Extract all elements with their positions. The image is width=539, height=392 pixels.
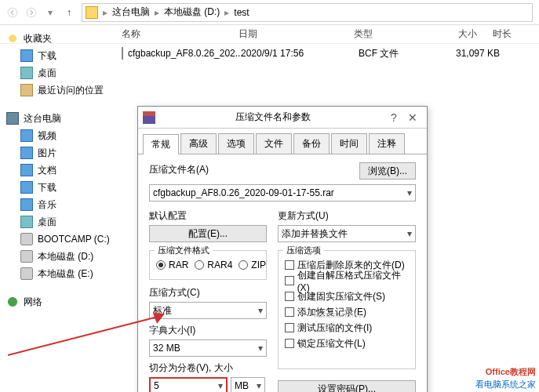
archive-name-label: 压缩文件名(A) xyxy=(149,163,355,176)
chevron-right-icon: ▸ xyxy=(223,7,231,18)
document-icon xyxy=(20,164,33,176)
archive-dialog: 压缩文件名和参数 ? ✕ 常规 高级 选项 文件 备份 时间 注释 压缩文件名(… xyxy=(137,106,428,392)
desktop-icon xyxy=(20,216,33,228)
tree-desktop[interactable]: 桌面 xyxy=(3,64,113,82)
dict-label: 字典大小(I) xyxy=(149,324,267,337)
crumb-folder[interactable]: test xyxy=(231,7,252,18)
download-icon xyxy=(20,181,33,194)
update-mode-label: 更新方式(U) xyxy=(278,209,416,223)
chevron-down-icon: ▾ xyxy=(258,343,263,354)
folder-icon xyxy=(86,6,98,19)
tree-pc[interactable]: 这台电脑 xyxy=(3,110,113,127)
check-test[interactable]: 测试压缩的文件(I) xyxy=(285,320,409,336)
tab-time[interactable]: 时间 xyxy=(331,133,367,154)
radio-zip[interactable]: ZIP xyxy=(239,257,266,273)
breadcrumb[interactable]: ▸ 这台电脑 ▸ 本地磁盘 (D:) ▸ test xyxy=(82,3,533,22)
tab-comment[interactable]: 注释 xyxy=(369,133,405,154)
tree-downloads2[interactable]: 下载 xyxy=(3,179,113,196)
watermark-1: Office教程网 xyxy=(486,366,536,378)
tab-backup[interactable]: 备份 xyxy=(293,133,330,154)
help-icon[interactable]: ? xyxy=(384,111,403,124)
chevron-down-icon: ▾ xyxy=(407,187,412,198)
nav-recent-icon[interactable]: ▾ xyxy=(41,3,60,22)
tree-favorites[interactable]: 收藏夹 xyxy=(3,30,113,47)
method-select[interactable]: 标准▾ xyxy=(149,302,267,319)
computer-icon xyxy=(6,112,19,125)
tree-drive-c[interactable]: BOOTCAMP (C:) xyxy=(3,230,113,248)
tab-advanced[interactable]: 高级 xyxy=(180,133,217,154)
watermark-faint: kanzhun.net xyxy=(314,310,361,319)
tree-desktop2[interactable]: 桌面 xyxy=(3,213,113,230)
nav-fwd-icon[interactable] xyxy=(22,3,41,22)
nav-tree: 收藏夹 下载 桌面 最近访问的位置 这台电脑 视频 图片 文档 下载 音乐 桌面… xyxy=(3,30,113,310)
chevron-down-icon: ▾ xyxy=(257,380,261,391)
format-group: 压缩文件格式 RAR RAR4 ZIP xyxy=(149,250,267,280)
archive-name-input[interactable]: cfgbackup_AF8.0.26_2020-09-01-17-55.rar▾ xyxy=(149,184,416,201)
split-unit-select[interactable]: MB▾ xyxy=(231,377,265,392)
svg-point-1 xyxy=(27,8,36,17)
network-icon xyxy=(6,296,19,308)
tree-network[interactable]: 网络 xyxy=(3,293,113,310)
tree-pictures[interactable]: 图片 xyxy=(3,144,113,162)
profile-label: 默认配置 xyxy=(149,209,267,223)
password-button[interactable]: 设置密码(P)... xyxy=(278,380,416,392)
desktop-icon xyxy=(20,67,33,79)
col-type[interactable]: 类型 xyxy=(354,27,431,41)
drive-icon xyxy=(20,233,33,245)
tree-video[interactable]: 视频 xyxy=(3,127,113,144)
svg-point-0 xyxy=(8,8,17,17)
split-size-input[interactable]: 5▾ xyxy=(149,377,228,392)
video-icon xyxy=(20,129,33,142)
tab-options[interactable]: 选项 xyxy=(218,133,254,154)
check-lock[interactable]: 锁定压缩文件(L) xyxy=(285,336,409,351)
drive-icon xyxy=(20,267,33,280)
col-length[interactable]: 时长 xyxy=(493,27,539,41)
nav-back-icon[interactable] xyxy=(3,3,22,22)
check-sfx[interactable]: 创建自解压格式压缩文件(X) xyxy=(285,273,409,289)
tab-files[interactable]: 文件 xyxy=(256,133,292,154)
browse-button[interactable]: 浏览(B)... xyxy=(359,162,416,180)
rar-icon xyxy=(143,111,155,124)
chevron-down-icon: ▾ xyxy=(258,305,263,316)
dialog-titlebar[interactable]: 压缩文件名和参数 ? ✕ xyxy=(138,107,427,129)
download-icon xyxy=(20,49,33,62)
dialog-tabs: 常规 高级 选项 文件 备份 时间 注释 xyxy=(138,129,427,154)
chevron-right-icon: ▸ xyxy=(101,7,109,18)
star-icon xyxy=(6,32,19,45)
tree-downloads[interactable]: 下载 xyxy=(3,47,113,64)
tree-music[interactable]: 音乐 xyxy=(3,196,113,213)
method-label: 压缩方式(C) xyxy=(149,286,267,299)
crumb-drive[interactable]: 本地磁盘 (D:) xyxy=(161,5,223,19)
tab-general[interactable]: 常规 xyxy=(143,134,179,154)
dialog-title: 压缩文件名和参数 xyxy=(162,111,384,124)
address-bar: ▾ ↑ ▸ 这台电脑 ▸ 本地磁盘 (D:) ▸ test xyxy=(0,0,539,25)
col-size[interactable]: 大小 xyxy=(431,27,493,41)
chevron-right-icon: ▸ xyxy=(153,7,161,18)
crumb-pc[interactable]: 这台电脑 xyxy=(109,5,153,19)
col-name[interactable]: 名称 xyxy=(122,27,239,41)
close-icon[interactable]: ✕ xyxy=(403,111,422,124)
watermark-2: 看电脑系统之家 xyxy=(475,379,536,390)
chevron-down-icon: ▾ xyxy=(218,380,223,391)
dict-select[interactable]: 32 MB▾ xyxy=(149,339,267,357)
tree-docs[interactable]: 文档 xyxy=(3,162,113,179)
split-label: 切分为分卷(V), 大小 xyxy=(149,361,267,375)
tree-drive-d[interactable]: 本地磁盘 (D:) xyxy=(3,248,113,265)
profile-button[interactable]: 配置(E)... xyxy=(149,225,267,242)
col-date[interactable]: 日期 xyxy=(239,27,354,41)
chevron-down-icon: ▾ xyxy=(407,228,412,239)
tree-drive-e[interactable]: 本地磁盘 (E:) xyxy=(3,265,113,282)
recent-icon xyxy=(20,84,33,96)
radio-rar[interactable]: RAR xyxy=(156,257,188,273)
file-icon xyxy=(122,47,123,60)
nav-up-icon[interactable]: ↑ xyxy=(60,3,78,22)
music-icon xyxy=(20,198,33,211)
update-mode-select[interactable]: 添加并替换文件▾ xyxy=(278,225,416,242)
tree-recent[interactable]: 最近访问的位置 xyxy=(3,82,113,99)
picture-icon xyxy=(20,147,33,159)
drive-icon xyxy=(20,250,33,263)
radio-rar4[interactable]: RAR4 xyxy=(195,257,232,273)
